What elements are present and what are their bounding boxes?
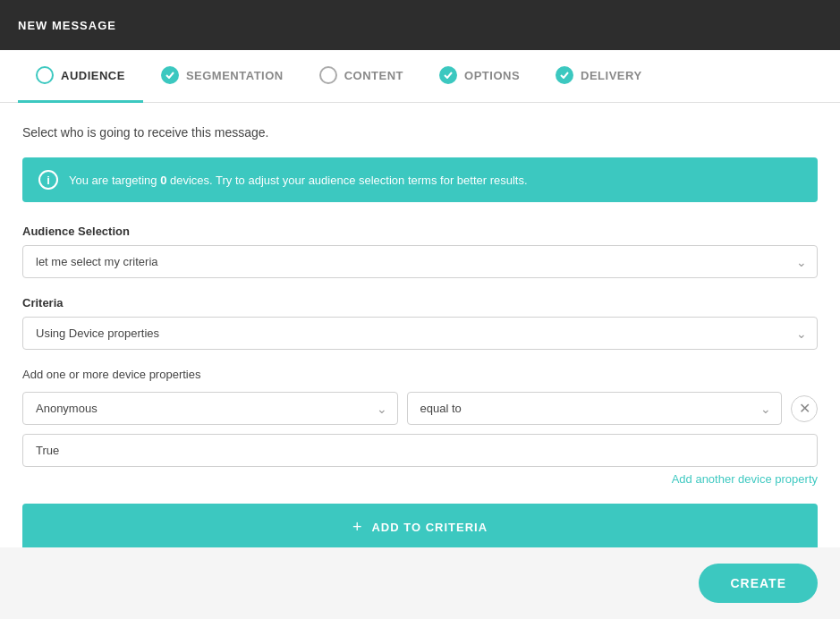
audience-tab-icon [36, 66, 54, 84]
value-row [22, 434, 818, 467]
tab-content[interactable]: CONTENT [301, 50, 421, 103]
header: NEW MESSAGE [0, 0, 840, 50]
audience-selection-label: Audience Selection [22, 225, 818, 238]
content-tab-icon [319, 66, 337, 84]
info-banner: i You are targeting 0 devices. Try to ad… [22, 157, 818, 202]
info-banner-text: You are targeting 0 devices. Try to adju… [69, 174, 528, 187]
tab-content-label: CONTENT [344, 69, 403, 82]
property-select-wrapper: Anonymous ⌄ [22, 392, 398, 425]
criteria-wrapper: Using Device properties ⌄ [22, 317, 818, 350]
condition-select[interactable]: equal to [407, 392, 783, 425]
tab-options-label: OPTIONS [464, 69, 520, 82]
page-subtitle: Select who is going to receive this mess… [22, 125, 818, 140]
add-device-property-link[interactable]: Add another device property [22, 472, 818, 486]
tab-delivery-label: DELIVERY [581, 69, 642, 82]
content-area: Select who is going to receive this mess… [0, 103, 840, 573]
condition-select-wrapper: equal to ⌄ [407, 392, 783, 425]
property-value-input[interactable] [22, 434, 818, 467]
add-to-criteria-button[interactable]: + ADD TO CRITERIA [22, 504, 818, 551]
footer: CREATE [0, 547, 840, 619]
targeting-count: 0 [160, 174, 166, 187]
tab-delivery[interactable]: DELIVERY [538, 50, 660, 103]
delivery-tab-icon [556, 66, 573, 84]
header-title: NEW MESSAGE [18, 19, 116, 32]
audience-selection-select[interactable]: let me select my criteria [22, 245, 818, 278]
criteria-select[interactable]: Using Device properties [22, 317, 818, 350]
info-icon: i [38, 170, 58, 190]
device-properties-group: Add one or more device properties Anonym… [22, 368, 818, 486]
remove-property-button[interactable]: ✕ [791, 395, 818, 422]
create-button[interactable]: CREATE [699, 564, 818, 603]
property-select[interactable]: Anonymous [22, 392, 398, 425]
criteria-label: Criteria [22, 296, 818, 310]
segmentation-tab-icon [161, 66, 179, 84]
audience-selection-field: Audience Selection let me select my crit… [22, 225, 818, 278]
tab-audience[interactable]: AUDIENCE [18, 50, 143, 103]
tab-options[interactable]: OPTIONS [421, 50, 538, 103]
tab-audience-label: AUDIENCE [61, 69, 125, 82]
tab-segmentation[interactable]: SEGMENTATION [143, 50, 301, 103]
tabs-bar: AUDIENCE SEGMENTATION CONTENT OPTIONS [0, 50, 840, 103]
close-icon: ✕ [799, 400, 810, 417]
options-tab-icon [439, 66, 457, 84]
device-properties-label: Add one or more device properties [22, 368, 818, 381]
tab-segmentation-label: SEGMENTATION [186, 69, 284, 82]
main-content: AUDIENCE SEGMENTATION CONTENT OPTIONS [0, 50, 840, 619]
property-condition-row: Anonymous ⌄ equal to ⌄ ✕ [22, 392, 818, 425]
plus-icon: + [352, 518, 363, 537]
add-to-criteria-label: ADD TO CRITERIA [371, 521, 488, 534]
criteria-field: Criteria Using Device properties ⌄ [22, 296, 818, 350]
audience-selection-wrapper: let me select my criteria ⌄ [22, 245, 818, 278]
